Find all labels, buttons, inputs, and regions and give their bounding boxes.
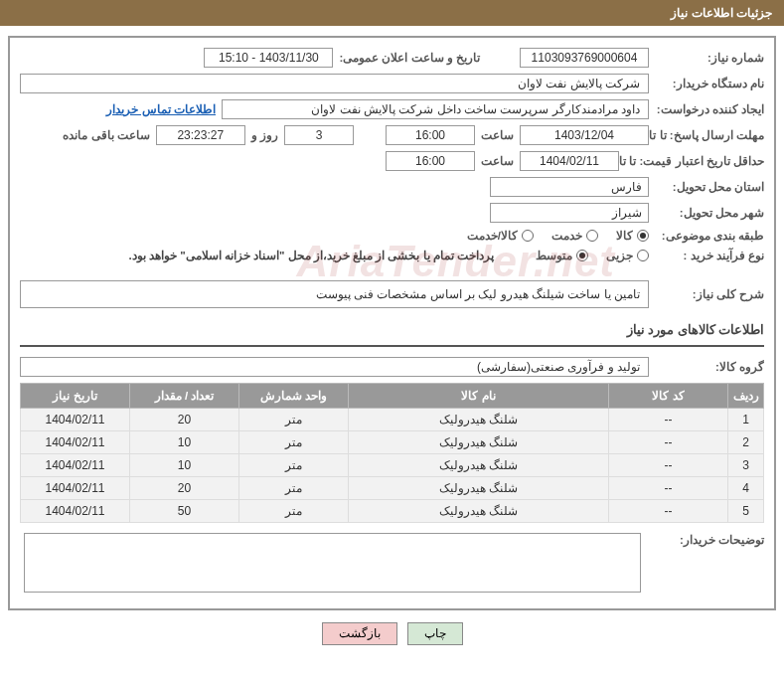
col-header: تعداد / مقدار (130, 384, 239, 409)
value-city: شیراز (490, 203, 649, 223)
table-cell: 10 (130, 454, 239, 477)
radio-dot-icon (637, 250, 649, 261)
col-header: ردیف (728, 384, 764, 409)
buyer-contact-link[interactable]: اطلاعات تماس خریدار (106, 102, 216, 116)
radio-label: متوسط (536, 249, 572, 262)
table-cell: شلنگ هیدرولیک (349, 431, 609, 454)
table-cell: متر (239, 431, 349, 454)
button-row: چاپ بازگشت (0, 622, 784, 645)
table-cell: -- (609, 431, 728, 454)
label-need-no: شماره نیاز: (655, 51, 764, 65)
table-cell: 5 (728, 500, 764, 523)
table-cell: 1404/02/11 (21, 477, 130, 500)
row-group: گروه کالا: تولید و فرآوری صنعتی(سفارشی) (20, 357, 764, 377)
payment-note: پرداخت تمام یا بخشی از مبلغ خرید،از محل … (129, 249, 494, 262)
table-header-row: ردیفکد کالانام کالاواحد شمارشتعداد / مقد… (21, 384, 764, 409)
table-cell: متر (239, 477, 349, 500)
section-divider (20, 345, 764, 347)
table-cell: 1404/02/11 (21, 431, 130, 454)
radio-label: جزیی (606, 249, 633, 262)
col-header: واحد شمارش (239, 384, 349, 409)
label-buyer-notes: توضیحات خریدار: (655, 533, 764, 547)
row-requester: ایجاد کننده درخواست: داود مرادمند‌کارگر … (20, 99, 764, 119)
radio-label: کالا/خدمت (467, 229, 518, 243)
row-need-number: شماره نیاز: 1103093769000604 تاریخ و ساع… (20, 48, 764, 68)
row-purchase-type: نوع فرآیند خرید : جزییمتوسط پرداخت تمام … (20, 249, 764, 262)
row-desc: شرح کلی نیاز: تامین یا ساخت شیلنگ هیدرو … (20, 280, 764, 308)
label-org: نام دستگاه خریدار: (655, 77, 764, 90)
value-validity-date: 1404/02/11 (520, 151, 619, 171)
table-cell: 3 (728, 454, 764, 477)
radio-label: کالا (616, 229, 633, 243)
items-table: ردیفکد کالانام کالاواحد شمارشتعداد / مقد… (20, 383, 764, 523)
buyer-notes-box (24, 533, 641, 593)
label-hour-1: ساعت (481, 128, 514, 142)
label-validity: حداقل تاریخ اعتبار قیمت: تا تاریخ: (625, 154, 764, 168)
label-province: استان محل تحویل: (655, 180, 764, 194)
label-remaining: ساعت باقی مانده (63, 128, 149, 142)
table-cell: 20 (130, 409, 239, 431)
table-cell: 20 (130, 477, 239, 500)
radio-dot-icon (522, 230, 534, 242)
category-radio-group: کالاخدمتکالا/خدمت (467, 229, 649, 243)
purchase-radio-group: جزییمتوسط (536, 249, 649, 262)
value-requester: داود مرادمند‌کارگر سرپرست ساخت داخل شرکت… (222, 99, 649, 119)
category-option-2[interactable]: کالا/خدمت (467, 229, 534, 243)
radio-label: خدمت (551, 229, 582, 243)
row-org: نام دستگاه خریدار: شرکت پالایش نفت لاوان (20, 74, 764, 93)
row-validity: حداقل تاریخ اعتبار قیمت: تا تاریخ: 1404/… (20, 151, 764, 171)
value-deadline-date: 1403/12/04 (520, 125, 649, 145)
label-purchase: نوع فرآیند خرید : (655, 249, 764, 262)
label-group: گروه کالا: (655, 360, 764, 374)
table-cell: 1404/02/11 (21, 454, 130, 477)
items-section-title: اطلاعات کالاهای مورد نیاز (20, 322, 764, 337)
table-cell: شلنگ هیدرولیک (349, 477, 609, 500)
row-deadline: مهلت ارسال پاسخ: تا تاریخ: 1403/12/04 سا… (20, 125, 764, 145)
details-panel: AriaTender.net شماره نیاز: 1103093769000… (8, 36, 776, 610)
table-cell: شلنگ هیدرولیک (349, 454, 609, 477)
col-header: نام کالا (349, 384, 609, 409)
value-announce-dt: 1403/11/30 - 15:10 (204, 48, 333, 68)
table-row: 1--شلنگ هیدرولیکمتر201404/02/11 (21, 409, 764, 431)
value-validity-time: 16:00 (386, 151, 475, 171)
value-deadline-time: 16:00 (386, 125, 475, 145)
table-cell: -- (609, 409, 728, 431)
table-cell: شلنگ هیدرولیک (349, 409, 609, 431)
table-row: 4--شلنگ هیدرولیکمتر201404/02/11 (21, 477, 764, 500)
table-cell: 1404/02/11 (21, 409, 130, 431)
row-city: شهر محل تحویل: شیراز (20, 203, 764, 223)
back-button[interactable]: بازگشت (322, 622, 397, 645)
category-option-0[interactable]: کالا (616, 229, 649, 243)
label-deadline: مهلت ارسال پاسخ: تا تاریخ: (655, 128, 764, 142)
table-row: 3--شلنگ هیدرولیکمتر101404/02/11 (21, 454, 764, 477)
page-title: جزئیات اطلاعات نیاز (671, 6, 772, 20)
value-desc: تامین یا ساخت شیلنگ هیدرو لیک بر اساس مش… (20, 280, 649, 308)
table-cell: 2 (728, 431, 764, 454)
radio-dot-icon (637, 230, 649, 242)
value-group: تولید و فرآوری صنعتی(سفارشی) (20, 357, 649, 377)
table-cell: متر (239, 409, 349, 431)
value-remaining-days: 3 (284, 125, 354, 145)
purchase-option-1[interactable]: متوسط (536, 249, 588, 262)
label-hour-2: ساعت (481, 154, 514, 168)
table-cell: 1404/02/11 (21, 500, 130, 523)
table-cell: شلنگ هیدرولیک (349, 500, 609, 523)
label-requester: ایجاد کننده درخواست: (655, 102, 764, 116)
purchase-option-0[interactable]: جزیی (606, 249, 649, 262)
table-cell: -- (609, 500, 728, 523)
table-cell: متر (239, 500, 349, 523)
value-org: شرکت پالایش نفت لاوان (20, 74, 649, 93)
table-cell: 4 (728, 477, 764, 500)
category-option-1[interactable]: خدمت (551, 229, 598, 243)
table-cell: 10 (130, 431, 239, 454)
label-days-and: روز و (251, 128, 278, 142)
table-body: 1--شلنگ هیدرولیکمتر201404/02/112--شلنگ ه… (21, 409, 764, 523)
table-cell: 1 (728, 409, 764, 431)
table-row: 5--شلنگ هیدرولیکمتر501404/02/11 (21, 500, 764, 523)
print-button[interactable]: چاپ (407, 622, 463, 645)
table-cell: -- (609, 454, 728, 477)
table-row: 2--شلنگ هیدرولیکمتر101404/02/11 (21, 431, 764, 454)
table-cell: متر (239, 454, 349, 477)
col-header: تاریخ نیاز (21, 384, 130, 409)
col-header: کد کالا (609, 384, 728, 409)
